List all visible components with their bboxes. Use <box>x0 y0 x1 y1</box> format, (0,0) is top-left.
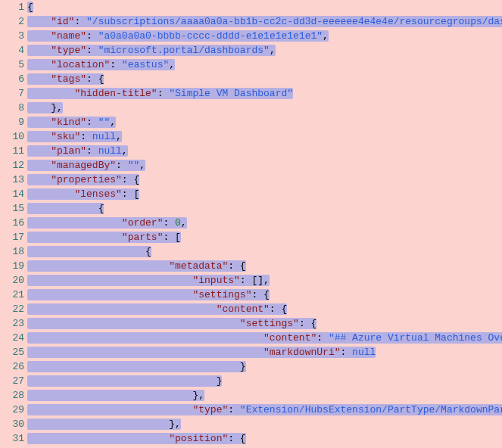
json-key: "managedBy" <box>51 160 116 171</box>
json-punct: : { <box>228 260 245 272</box>
json-key: "tags" <box>51 73 86 85</box>
line-number: 14 <box>0 187 27 201</box>
json-null: null <box>98 145 122 157</box>
code-line[interactable]: { <box>27 0 502 14</box>
code-line[interactable]: "markdownUri": null <box>27 345 502 359</box>
json-punct: : <box>86 30 98 42</box>
json-key: "content" <box>217 303 270 315</box>
line-number: 11 <box>0 144 27 158</box>
code-line[interactable]: { <box>27 244 502 259</box>
json-key: "lenses" <box>74 188 121 200</box>
code-line[interactable]: { <box>27 201 502 216</box>
json-key: "settings" <box>192 289 251 300</box>
json-string: "Extension/HubsExtension/PartType/Markdo… <box>240 404 502 415</box>
json-punct: , <box>122 145 128 157</box>
line-number: 18 <box>0 244 27 259</box>
line-number: 22 <box>0 302 27 316</box>
code-line[interactable]: } <box>27 374 502 388</box>
json-punct: : <box>86 117 98 128</box>
line-number-gutter: 1234567891011121314151617181920212223242… <box>0 0 27 448</box>
json-punct: : <box>86 45 98 56</box>
json-null: null <box>92 131 116 142</box>
json-number: 0 <box>175 217 181 229</box>
line-number: 13 <box>0 173 27 187</box>
code-line[interactable]: "tags": { <box>27 72 502 86</box>
line-number: 17 <box>0 230 27 244</box>
code-line[interactable]: "content": { <box>27 302 502 316</box>
json-string: "a0a0a0a0-bbbb-cccc-dddd-e1e1e1e1e1e1" <box>98 30 323 42</box>
json-punct: : <box>157 88 170 99</box>
code-line[interactable]: "metadata": { <box>27 259 502 273</box>
json-punct: , <box>323 30 329 42</box>
code-line[interactable]: }, <box>27 101 502 115</box>
json-key: "markdownUri" <box>263 347 340 358</box>
line-number: 16 <box>0 216 27 230</box>
json-key: "content" <box>263 332 316 344</box>
json-punct: }, <box>192 390 204 401</box>
json-punct: : [ <box>163 232 180 243</box>
json-key: "type" <box>51 45 86 56</box>
code-line[interactable]: "lenses": [ <box>27 187 502 201</box>
line-number: 20 <box>0 273 27 288</box>
line-number: 21 <box>0 288 27 302</box>
json-punct: }, <box>169 418 181 430</box>
code-line[interactable]: "hidden-title": "Simple VM Dashboard" <box>27 86 502 101</box>
line-number: 8 <box>0 101 27 115</box>
json-punct: { <box>98 203 104 214</box>
json-key: "properties" <box>51 174 122 185</box>
line-number: 27 <box>0 374 27 388</box>
code-line[interactable]: "position": { <box>27 431 502 446</box>
json-punct: , <box>169 59 175 70</box>
json-key: "location" <box>51 59 110 70</box>
code-line[interactable]: "content": "## Azure Virtual Machines Ov… <box>27 331 502 345</box>
line-number: 3 <box>0 29 27 43</box>
code-editor[interactable]: 1234567891011121314151617181920212223242… <box>0 0 502 448</box>
json-punct: { <box>27 2 33 13</box>
json-punct: : <box>74 16 86 27</box>
code-line[interactable]: "settings": { <box>27 288 502 302</box>
json-key: "name" <box>51 30 86 42</box>
json-key: "inputs" <box>192 275 239 286</box>
code-line[interactable]: "order": 0, <box>27 216 502 230</box>
line-number: 15 <box>0 201 27 216</box>
code-line[interactable]: "id": "/subscriptions/aaaa0a0a-bb1b-cc2c… <box>27 14 502 29</box>
json-key: "hidden-title" <box>74 88 157 99</box>
json-string: "microsoft.portal/dashboards" <box>98 45 270 56</box>
json-punct: : { <box>270 303 287 315</box>
code-line[interactable]: } <box>27 359 502 374</box>
code-line[interactable]: "type": "microsoft.portal/dashboards", <box>27 43 502 58</box>
json-punct: : <box>86 145 98 157</box>
line-number: 4 <box>0 43 27 58</box>
json-punct: , <box>110 117 116 128</box>
json-key: "plan" <box>51 145 86 157</box>
line-number: 19 <box>0 259 27 273</box>
code-line[interactable]: "managedBy": "", <box>27 158 502 173</box>
code-line[interactable]: "kind": "", <box>27 115 502 129</box>
json-punct: } <box>217 375 223 387</box>
code-line[interactable]: "sku": null, <box>27 129 502 144</box>
json-punct: { <box>145 246 151 257</box>
code-line[interactable]: "plan": null, <box>27 144 502 158</box>
line-number: 1 <box>0 0 27 14</box>
code-line[interactable]: "name": "a0a0a0a0-bbbb-cccc-dddd-e1e1e1e… <box>27 29 502 43</box>
json-key: "parts" <box>122 232 164 243</box>
code-line[interactable]: "type": "Extension/HubsExtension/PartTyp… <box>27 403 502 417</box>
code-area[interactable]: { "id": "/subscriptions/aaaa0a0a-bb1b-cc… <box>27 0 502 448</box>
json-string: "Simple VM Dashboard" <box>169 88 293 99</box>
line-number: 26 <box>0 359 27 374</box>
code-line[interactable]: "properties": { <box>27 173 502 187</box>
code-line[interactable]: "parts": [ <box>27 230 502 244</box>
json-punct: : <box>116 160 128 171</box>
json-string: "" <box>98 117 111 128</box>
code-line[interactable]: }, <box>27 417 502 431</box>
json-string: "eastus" <box>122 59 169 70</box>
code-line[interactable]: }, <box>27 388 502 403</box>
line-number: 31 <box>0 431 27 446</box>
code-line[interactable]: "location": "eastus", <box>27 58 502 72</box>
json-key: "position" <box>169 433 228 444</box>
code-line[interactable]: "settings": { <box>27 316 502 331</box>
line-number: 23 <box>0 316 27 331</box>
json-punct: : <box>340 347 352 358</box>
json-punct: } <box>240 361 246 372</box>
code-line[interactable]: "inputs": [], <box>27 273 502 288</box>
